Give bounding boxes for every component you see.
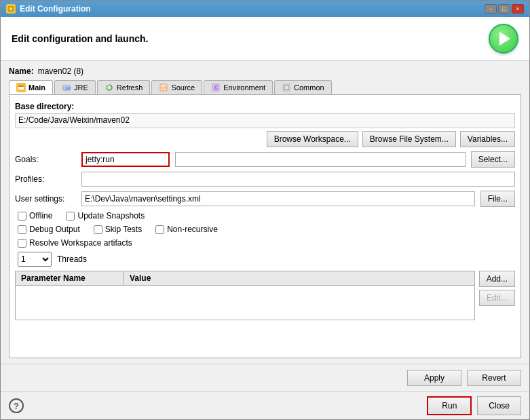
footer-bar: ? Run Close (1, 392, 529, 419)
param-table-body (16, 286, 474, 320)
tab-bar: Main JRE JRE Refresh </> Source (9, 80, 521, 94)
tab-main-label: Main (29, 83, 45, 92)
base-directory-value: E:/Code/Java/Weixin/maven02 (15, 113, 515, 128)
goals-row: Goals: Select... (15, 151, 515, 168)
tab-jre-label: JRE (74, 83, 88, 92)
non-recursive-checkbox-item: Non-recursive (155, 225, 218, 234)
checkbox-row-2: Debug Output Skip Tests Non-recursive (15, 225, 515, 234)
main-tab-icon (16, 83, 26, 92)
debug-checkbox-item: Debug Output (18, 225, 80, 234)
tab-common[interactable]: Common (274, 80, 332, 94)
page-title: Edit configuration and launch. (12, 33, 148, 44)
bottom-right: Apply Revert (407, 370, 521, 386)
run-circle-button[interactable] (489, 24, 518, 54)
name-value: maven02 (8) (38, 66, 83, 76)
main-panel: Base directory: E:/Code/Java/Weixin/mave… (9, 94, 521, 358)
help-icon[interactable]: ? (9, 398, 24, 413)
apply-button[interactable]: Apply (407, 370, 461, 386)
svg-marker-6 (107, 85, 109, 88)
svg-text:</>: </> (161, 85, 167, 90)
browse-filesystem-button[interactable]: Browse File System... (362, 131, 456, 147)
profiles-input[interactable] (81, 172, 515, 187)
tab-common-label: Common (294, 83, 324, 92)
common-tab-icon (282, 83, 291, 92)
header-area: Edit configuration and launch. (1, 17, 529, 61)
param-table-header: Parameter Name Value (16, 271, 474, 286)
name-row: Name: maven02 (8) (9, 66, 521, 76)
title-bar: Edit Configuration − □ × (1, 1, 529, 17)
user-settings-input[interactable] (81, 191, 475, 206)
update-snapshots-label: Update Snapshots (77, 211, 145, 221)
revert-button[interactable]: Revert (467, 370, 521, 386)
param-value-column-header: Value (124, 271, 474, 285)
svg-rect-1 (10, 7, 12, 10)
base-directory-label: Base directory: (15, 102, 515, 111)
param-name-column-header: Parameter Name (16, 271, 124, 285)
browse-workspace-button[interactable]: Browse Workspace... (267, 131, 358, 147)
user-settings-row: User settings: File... (15, 191, 515, 207)
source-tab-icon: </> (159, 83, 168, 92)
offline-label: Offline (29, 211, 52, 221)
title-bar-controls: − □ × (485, 4, 524, 14)
title-bar-title: Edit Configuration (20, 4, 91, 14)
threads-spinner[interactable]: 124 (18, 252, 52, 267)
tab-environment-label: Environment (223, 83, 265, 92)
skip-tests-checkbox[interactable] (94, 225, 102, 234)
parameter-table: Parameter Name Value (15, 271, 475, 320)
variables-button[interactable]: Variables... (460, 131, 515, 147)
svg-rect-3 (18, 85, 24, 87)
profiles-label: Profiles: (15, 174, 76, 184)
offline-checkbox-item: Offline (18, 211, 52, 221)
tab-environment[interactable]: Environment (204, 80, 273, 94)
resolve-label: Resolve Workspace artifacts (29, 238, 132, 248)
offline-checkbox[interactable] (18, 212, 26, 221)
title-bar-left: Edit Configuration (6, 4, 91, 14)
add-button[interactable]: Add... (479, 271, 515, 287)
goals-input[interactable] (81, 152, 170, 167)
user-settings-label: User settings: (15, 194, 76, 204)
resolve-checkbox-item: Resolve Workspace artifacts (18, 238, 132, 248)
bottom-bar: Apply Revert (1, 364, 529, 392)
checkbox-row-1: Offline Update Snapshots (15, 211, 515, 221)
update-snapshots-checkbox[interactable] (66, 212, 75, 221)
file-button[interactable]: File... (480, 191, 515, 207)
tab-source[interactable]: </> Source (151, 80, 202, 94)
tab-refresh-label: Refresh (117, 83, 143, 92)
name-label: Name: (9, 66, 34, 76)
close-button[interactable]: × (512, 4, 524, 14)
tab-main[interactable]: Main (9, 80, 53, 94)
checkbox-row-3: Resolve Workspace artifacts (15, 238, 515, 248)
debug-checkbox[interactable] (18, 225, 26, 234)
minimize-button[interactable]: − (485, 4, 497, 14)
resolve-checkbox[interactable] (18, 239, 26, 248)
goals-select-button[interactable]: Select... (471, 151, 515, 168)
footer-right: Run Close (427, 396, 521, 415)
update-snapshots-checkbox-item: Update Snapshots (66, 211, 145, 221)
maximize-button[interactable]: □ (498, 4, 510, 14)
goals-label: Goals: (15, 155, 76, 164)
base-directory-section: Base directory: E:/Code/Java/Weixin/mave… (15, 100, 515, 147)
profiles-row: Profiles: (15, 172, 515, 187)
run-button[interactable]: Run (427, 396, 472, 415)
edit-button[interactable]: Edit... (479, 290, 515, 306)
threads-row: 124 Threads (15, 252, 515, 267)
close-dialog-button[interactable]: Close (477, 396, 521, 415)
app-icon (6, 4, 16, 14)
env-tab-icon (211, 83, 221, 92)
table-buttons: Add... Edit... (479, 271, 515, 320)
skip-tests-checkbox-item: Skip Tests (94, 225, 142, 234)
skip-tests-label: Skip Tests (105, 225, 142, 234)
non-recursive-label: Non-recursive (167, 225, 218, 234)
tab-refresh[interactable]: Refresh (97, 80, 151, 94)
tab-source-label: Source (171, 83, 195, 92)
content-area: Name: maven02 (8) Main JRE JRE Re (1, 61, 529, 364)
tab-jre[interactable]: JRE JRE (54, 80, 96, 94)
main-window: Edit Configuration − □ × Edit configurat… (0, 0, 530, 420)
svg-text:JRE: JRE (64, 86, 71, 90)
parameter-table-section: Parameter Name Value Add... Edit... (15, 271, 515, 320)
threads-label: Threads (57, 254, 87, 264)
non-recursive-checkbox[interactable] (155, 225, 164, 234)
goals-extra-input[interactable] (175, 152, 466, 167)
debug-label: Debug Output (29, 225, 80, 234)
browse-row: Browse Workspace... Browse File System..… (15, 131, 515, 147)
